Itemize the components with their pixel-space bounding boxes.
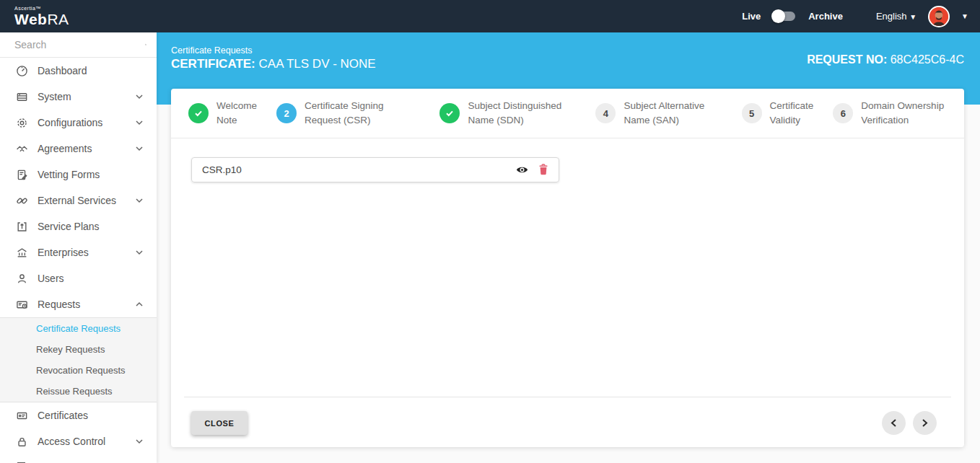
main-area: Certificate Requests CERTIFICATE: CAA TL… [157,32,980,463]
sidebar-item-reissue-requests[interactable]: Reissue Requests [0,381,157,402]
step-number: 4 [595,103,616,123]
chevron-left-icon [891,418,897,428]
page-title: CERTIFICATE: CAA TLS DV - NONE [171,57,376,71]
step-domain-ownership[interactable]: 6 Domain Ownership Verification [833,99,947,128]
toggle-knob[interactable] [771,9,785,23]
previous-step-button[interactable] [882,411,906,435]
chevron-right-icon [922,418,928,428]
link-icon [15,194,28,207]
chevron-down-icon [135,438,144,444]
user-menu-caret-icon[interactable]: ▼ [961,12,968,20]
sidebar-item-vetting-forms[interactable]: Vetting Forms [0,162,157,188]
sidebar-item-requests[interactable]: Requests [0,291,157,317]
sidebar-item-label: Requests [38,299,135,310]
step-number: 2 [276,103,297,123]
step-number: 5 [742,103,762,123]
system-icon [15,90,28,103]
search-input[interactable] [14,39,145,50]
form-icon [15,168,28,181]
breadcrumb: Certificate Requests [171,45,253,56]
brand-ra: RA [47,11,69,27]
app-logo: Ascertia™ WebRA [0,6,69,27]
package-icon [15,220,28,233]
step-sdn[interactable]: Subject Distinguished Name (SDN) [439,99,576,128]
csr-file-row: CSR.p10 [191,157,559,182]
step-label: Certificate Validity [770,99,814,128]
sidebar-item-enterprises[interactable]: Enterprises [0,239,157,265]
card-footer: CLOSE [191,411,937,435]
step-number: 6 [833,103,853,123]
sidebar-item-label: Dashboard [38,65,144,76]
handshake-icon [15,142,28,155]
trash-icon [538,164,548,175]
wizard-card: Welcome Note 2 Certificate Signing Reque… [171,89,964,447]
user-avatar[interactable] [928,6,950,27]
delete-csr-button[interactable] [538,164,548,175]
sidebar-item-external-services[interactable]: External Services [0,188,157,213]
chevron-down-icon [135,146,144,151]
search-icon[interactable] [145,39,146,50]
step-csr[interactable]: 2 Certificate Signing Request (CSR) [276,99,420,128]
user-icon [15,272,28,285]
archive-label: Archive [808,11,843,22]
wizard-stepper: Welcome Note 2 Certificate Signing Reque… [171,89,964,138]
sidebar-item-label: Access Control [38,436,135,447]
sidebar-item-certificates[interactable]: Certificates [0,402,157,428]
brand-company: Ascertia™ [14,6,69,11]
brand-web: Web [14,11,47,27]
chevron-down-icon [135,250,144,255]
sidebar-item-revocation-requests[interactable]: Revocation Requests [0,360,157,381]
sidebar-item-label: Configurations [38,117,135,128]
sidebar-item-label: Users [38,273,144,284]
csr-file-name: CSR.p10 [202,164,506,175]
sidebar-item-agreements[interactable]: Agreements [0,136,157,162]
sidebar-search [0,32,157,58]
sidebar-item-dashboard[interactable]: Dashboard [0,58,157,84]
chevron-down-icon [135,198,144,203]
step-label: Domain Ownership Verification [861,99,947,128]
requests-submenu: Certificate Requests Rekey Requests Revo… [0,317,157,402]
sidebar-item-label: Service Plans [38,221,144,232]
sidebar-item-partial [0,454,157,463]
lock-icon [15,435,28,448]
live-archive-toggle[interactable] [774,12,795,21]
language-selector[interactable]: English ▼ [876,11,916,22]
bank-icon [15,246,28,259]
next-step-button[interactable] [913,411,937,435]
sidebar-item-label: Enterprises [38,247,135,258]
step-done-icon [188,103,209,123]
top-navbar: Ascertia™ WebRA Live Archive English ▼ ▼ [0,0,980,32]
sidebar-item-system[interactable]: System [0,84,157,110]
certificate-icon [15,409,28,422]
step-welcome-note[interactable]: Welcome Note [188,99,257,128]
dashboard-icon [15,64,28,77]
step-label: Subject Distinguished Name (SDN) [468,99,576,128]
sidebar-item-label: Agreements [38,143,135,154]
close-button[interactable]: CLOSE [191,411,248,435]
sidebar-item-users[interactable]: Users [0,265,157,291]
sidebar-item-access-control[interactable]: Access Control [0,428,157,454]
eye-icon [516,165,528,175]
sidebar-item-label: System [38,91,135,102]
sidebar-item-label: External Services [38,195,135,206]
sidebar-item-configurations[interactable]: Configurations [0,110,157,136]
step-done-icon [439,103,460,123]
sidebar-item-rekey-requests[interactable]: Rekey Requests [0,339,157,360]
sidebar-item-service-plans[interactable]: Service Plans [0,213,157,239]
request-icon [15,298,28,311]
view-csr-button[interactable] [516,165,528,175]
step-label: Welcome Note [216,99,257,128]
step-san[interactable]: 4 Subject Alternative Name (SAN) [595,99,722,128]
footer-divider [184,397,951,397]
sidebar-item-certificate-requests[interactable]: Certificate Requests [0,318,157,339]
sidebar: Dashboard System Configurations Agreemen… [0,32,157,463]
chevron-down-icon [135,94,144,100]
step-certificate-validity[interactable]: 5 Certificate Validity [742,99,814,128]
sidebar-item-label: Vetting Forms [38,169,144,180]
step-label: Certificate Signing Request (CSR) [305,99,420,128]
sidebar-item-label: Certificates [38,410,144,421]
chevron-down-icon: ▼ [909,13,916,21]
request-number: REQUEST NO: 68C425C6-4C [807,53,964,66]
chevron-up-icon [135,301,144,307]
step-label: Subject Alternative Name (SAN) [624,99,722,128]
